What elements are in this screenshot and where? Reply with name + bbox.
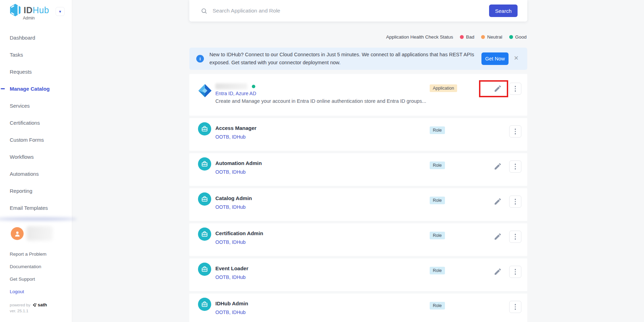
get-now-button[interactable]: Get Now <box>481 52 509 65</box>
info-banner: i New to IDHub? Connect to our Cloud Con… <box>189 48 527 70</box>
row-title: Catalog Admin <box>215 195 252 201</box>
edit-button[interactable] <box>494 84 502 93</box>
banner-close-icon[interactable]: ✕ <box>514 55 519 62</box>
brand-subtitle: Admin <box>23 16 35 20</box>
row-title: Event Loader <box>215 265 248 271</box>
more-options-button[interactable] <box>509 83 521 95</box>
edit-button[interactable] <box>494 197 502 206</box>
legend-item-neutral: Neutral <box>481 34 502 40</box>
more-options-button[interactable] <box>509 266 521 278</box>
legend-title: Application Health Check Status <box>386 34 453 40</box>
briefcase-icon <box>201 265 208 273</box>
row-tags-link[interactable]: OOTB, IDHub <box>215 169 246 175</box>
footer-link-report-a-problem[interactable]: Report a Problem <box>0 248 72 261</box>
role-icon <box>198 122 211 135</box>
version-label: ver. 25.1.1 <box>10 309 28 313</box>
type-badge: Role <box>430 126 445 134</box>
edit-pencil-icon <box>494 232 502 241</box>
avatar[interactable] <box>11 227 24 240</box>
row-tags-link[interactable]: OOTB, IDHub <box>215 239 246 245</box>
type-badge: Role <box>430 197 445 204</box>
more-options-button[interactable] <box>509 196 521 208</box>
user-icon <box>13 230 22 238</box>
sidebar-item-tasks[interactable]: Tasks <box>0 46 72 63</box>
sidebar-item-workflows[interactable]: Workflows <box>0 148 72 165</box>
row-tags-link[interactable]: OOTB, IDHub <box>215 274 246 280</box>
catalog-row-certification-admin: Certification AdminOOTB, IDHubRole <box>189 223 527 256</box>
type-badge: Role <box>430 162 445 169</box>
logout-link[interactable]: Logout <box>0 286 72 298</box>
catalog-row-event-loader: Event LoaderOOTB, IDHubRole <box>189 258 527 291</box>
more-options-button[interactable] <box>509 231 521 243</box>
app-tags-link[interactable]: Entra ID, Azure AD <box>215 91 256 96</box>
sidebar-item-certifications[interactable]: Certifications <box>0 114 72 131</box>
row-tags-link[interactable]: OOTB, IDHub <box>215 134 246 140</box>
sidebar-item-services[interactable]: Services <box>0 97 72 114</box>
sidebar-item-dashboard[interactable]: Dashboard <box>0 29 72 46</box>
more-options-button[interactable] <box>509 125 521 138</box>
footer-link-get-support[interactable]: Get Support <box>0 273 72 286</box>
search-bar: Search <box>189 0 527 22</box>
edit-pencil-icon <box>494 84 502 93</box>
sath-logo-icon <box>33 303 37 307</box>
info-icon: i <box>196 55 204 63</box>
health-status-good-icon <box>252 85 255 88</box>
edit-button[interactable] <box>494 267 502 276</box>
catalog-row-access-manager: Access ManagerOOTB, IDHubRole <box>189 118 527 151</box>
brand-dropdown-button[interactable]: ▼ <box>56 7 65 16</box>
edit-pencil-icon <box>494 162 502 171</box>
search-button[interactable]: Search <box>489 5 518 17</box>
sidebar-item-automations[interactable]: Automations <box>0 165 72 182</box>
type-badge: Application <box>430 84 457 92</box>
powered-by: powered by sath <box>10 302 47 307</box>
type-badge: Role <box>430 232 445 239</box>
app-name-redacted <box>215 83 247 89</box>
brand-logo: IDHub <box>9 3 49 17</box>
sidebar-item-manage-catalog[interactable]: Manage Catalog <box>0 80 72 97</box>
neutral-dot-icon <box>481 35 485 39</box>
catalog-row-catalog-admin: Catalog AdminOOTB, IDHubRole <box>189 188 527 221</box>
role-icon <box>198 228 211 241</box>
bad-dot-icon <box>460 35 464 39</box>
row-title: Access Manager <box>215 125 256 131</box>
type-badge: Role <box>430 302 445 309</box>
edit-button[interactable] <box>494 232 502 241</box>
role-icon <box>198 263 211 276</box>
app-description: Create and Manage your account in Entra … <box>215 98 426 104</box>
sidebar: IDHub Admin ▼ DashboardTasksRequestsMana… <box>0 0 72 322</box>
banner-text: New to IDHub? Connect to our Cloud Conne… <box>209 51 480 67</box>
edit-pencil-icon <box>494 267 502 276</box>
sidebar-divider <box>0 217 77 221</box>
sidebar-footer-links: Report a ProblemDocumentationGet Support <box>0 248 72 286</box>
search-input[interactable] <box>212 7 486 14</box>
sath-logo: sath <box>33 302 47 307</box>
briefcase-icon <box>201 195 208 203</box>
type-badge: Role <box>430 267 445 274</box>
catalog-row-application: Entra ID, Azure ADCreate and Manage your… <box>189 74 527 116</box>
sidebar-item-reporting[interactable]: Reporting <box>0 182 72 199</box>
main-content: Search Application Health Check Status B… <box>189 0 527 322</box>
footer-link-documentation[interactable]: Documentation <box>0 261 72 273</box>
catalog-list: Entra ID, Azure ADCreate and Manage your… <box>189 74 527 322</box>
edit-button[interactable] <box>494 162 502 171</box>
briefcase-icon <box>201 300 208 308</box>
good-dot-icon <box>509 35 513 39</box>
sidebar-item-custom-forms[interactable]: Custom Forms <box>0 131 72 148</box>
entra-id-logo <box>198 84 212 98</box>
username-redacted <box>26 226 53 241</box>
row-tags-link[interactable]: OOTB, IDHub <box>215 309 246 315</box>
more-options-button[interactable] <box>509 160 521 173</box>
page: IDHub Admin ▼ DashboardTasksRequestsMana… <box>0 0 644 322</box>
row-title: IDHub Admin <box>215 300 248 306</box>
row-tags-link[interactable]: OOTB, IDHub <box>215 204 246 210</box>
more-options-button[interactable] <box>509 301 521 313</box>
health-check-legend: Application Health Check Status BadNeutr… <box>386 34 527 40</box>
sidebar-item-email-templates[interactable]: Email Templates <box>0 199 72 216</box>
catalog-row-idhub-admin: IDHub AdminOOTB, IDHubRole <box>189 294 527 322</box>
search-icon <box>201 8 207 14</box>
briefcase-icon <box>201 230 208 238</box>
idhub-hexagon-icon <box>9 3 22 17</box>
edit-pencil-icon <box>494 197 502 206</box>
briefcase-icon <box>201 160 208 168</box>
sidebar-item-requests[interactable]: Requests <box>0 63 72 80</box>
